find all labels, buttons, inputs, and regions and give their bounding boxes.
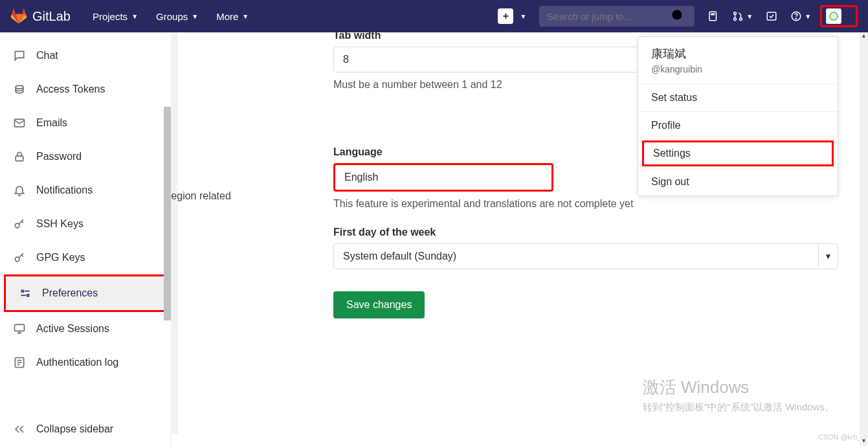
key-icon [13,251,26,264]
svg-rect-19 [15,324,25,331]
sidebar-item-authentication-log[interactable]: Authentication log [0,346,171,379]
svg-point-14 [15,257,19,262]
top-navbar: GitLab Projects▼ Groups▼ More▼ +▼ ▼ ▼ ▼ [0,0,868,32]
help-icon[interactable]: ▼ [784,6,818,26]
language-hint: This feature is experimental and transla… [333,198,842,210]
svg-point-9 [796,18,797,19]
user-dropdown-menu: 康瑞斌 @kangruibin Set status Profile Setti… [638,36,838,196]
search-bar[interactable] [539,6,695,27]
log-icon [13,356,26,369]
chevron-down-icon: ▼ [192,13,198,20]
plus-icon: + [498,8,513,24]
sidebar-item-gpg-keys[interactable]: GPG Keys [0,241,171,274]
chevron-down-icon: ▼ [746,13,753,20]
chevron-down-icon: ▼ [805,13,811,20]
merge-requests-icon[interactable]: ▼ [726,6,759,26]
sidebar-item-ssh-keys[interactable]: SSH Keys [0,207,171,241]
svg-point-10 [16,85,23,89]
monitor-icon [13,322,26,335]
user-handle: @kangruibin [651,64,825,74]
sidebar-item-notifications[interactable]: Notifications [0,173,171,207]
sidebar-item-access-tokens[interactable]: Access Tokens [0,72,171,106]
user-avatar-menu[interactable]: ▼ [820,5,858,27]
chevron-down-icon: ▼ [131,13,138,20]
gitlab-icon [10,8,27,25]
language-select[interactable]: English [333,163,553,192]
svg-point-13 [15,223,19,228]
issues-icon[interactable] [701,6,726,26]
collapse-sidebar[interactable]: Collapse sidebar [0,412,171,446]
preferences-icon [19,287,32,300]
scroll-up-icon[interactable]: ▲ [860,32,868,41]
search-icon [670,8,687,25]
save-changes-button[interactable]: Save changes [333,291,425,318]
app-name: GitLab [32,9,71,24]
chevron-down-icon: ▼ [520,13,526,20]
chevron-down-icon: ▼ [845,13,852,20]
sidebar-item-active-sessions[interactable]: Active Sessions [0,312,171,346]
user-info: 康瑞斌 @kangruibin [638,37,838,84]
nav-more[interactable]: More▼ [207,6,258,27]
chevron-down-icon: ▼ [242,13,249,20]
svg-rect-12 [16,156,23,161]
todos-icon[interactable] [759,6,784,26]
settings-sidebar: ▲ Chat Access Tokens Emails Password Not… [0,32,172,446]
page-scrollbar[interactable]: ▲ ▼ [860,32,868,446]
sidebar-scroll-thumb[interactable] [164,107,171,320]
lock-icon [13,150,26,163]
svg-rect-3 [711,14,715,15]
nav-groups[interactable]: Groups▼ [147,6,207,27]
sidebar-item-preferences[interactable]: Preferences [4,274,167,312]
svg-point-5 [734,18,737,21]
svg-rect-2 [709,12,717,21]
email-icon [13,117,26,129]
collapse-icon [13,423,26,436]
menu-sign-out[interactable]: Sign out [638,168,838,195]
chat-icon [13,49,26,62]
svg-point-0 [673,10,682,19]
svg-rect-7 [767,12,776,20]
new-menu[interactable]: +▼ [491,5,533,28]
sidebar-item-chat[interactable]: Chat [0,39,171,72]
search-input[interactable] [547,11,670,22]
first-day-select[interactable]: System default (Sunday) ▼ [333,243,838,269]
menu-profile[interactable]: Profile [638,112,838,139]
section-label: region related [172,190,231,202]
sidebar-item-emails[interactable]: Emails [0,106,171,140]
key-icon [13,217,26,230]
scroll-down-icon[interactable]: ▼ [860,438,868,446]
avatar-icon [826,8,841,24]
svg-line-1 [681,18,685,23]
bell-icon [13,184,26,197]
nav-projects[interactable]: Projects▼ [83,6,147,27]
first-day-label: First day of the week [333,227,842,238]
svg-point-6 [740,18,742,21]
menu-settings[interactable]: Settings [642,140,834,166]
windows-watermark: 激活 Windows 转到"控制面板"中的"系统"以激活 Windows。 [643,376,834,414]
user-name: 康瑞斌 [651,46,825,61]
gitlab-logo[interactable]: GitLab [10,8,71,25]
sidebar-item-password[interactable]: Password [0,140,171,173]
token-icon [13,83,26,96]
svg-point-4 [734,12,737,15]
csdn-watermark: CSDN @krb_ [818,433,862,441]
svg-point-15 [21,290,23,292]
svg-point-17 [27,295,29,296]
chevron-down-icon: ▼ [818,245,838,267]
menu-set-status[interactable]: Set status [638,84,838,112]
